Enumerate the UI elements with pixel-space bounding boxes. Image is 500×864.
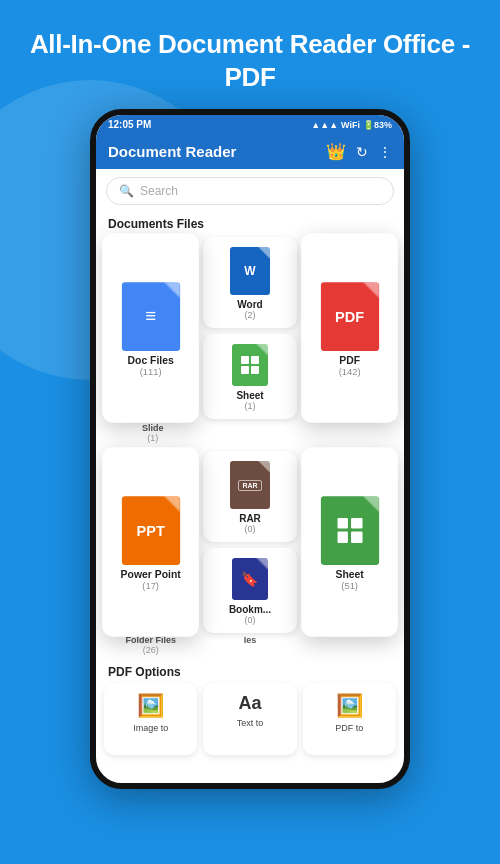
power-point-count: (17) — [142, 580, 159, 590]
rar-icon-text: RAR — [238, 480, 261, 491]
folder-label: Folder Files (26) — [104, 635, 197, 655]
pdf-icon-text: PDF — [335, 308, 364, 325]
sheet-small-count: (1) — [244, 401, 255, 411]
ppt-file-icon: PPT — [122, 496, 180, 565]
word-count: (2) — [244, 310, 255, 320]
app-bar-title: Document Reader — [108, 143, 318, 160]
slide-label-small: Slide — [104, 423, 201, 433]
power-point-card[interactable]: PPT Power Point (17) — [102, 447, 199, 636]
rar-card[interactable]: RAR RAR (0) — [203, 451, 296, 542]
ppt-icon-wrapper: PPT — [122, 496, 180, 565]
rar-file-icon: RAR — [230, 461, 270, 509]
refresh-icon[interactable]: ↻ — [356, 144, 368, 160]
ppt-icon-text: PPT — [136, 522, 164, 539]
image-to-label: Image to — [133, 723, 168, 733]
bookmark-label: Bookm... — [229, 604, 271, 615]
doc-files-icon: ≡ — [122, 282, 180, 351]
bookmark-count: (0) — [244, 615, 255, 625]
text-to-icon: Aa — [238, 693, 261, 714]
sheet-card-icon — [232, 344, 268, 386]
app-bar-icons: 👑 ↻ ⋮ — [326, 142, 392, 161]
slide-card[interactable]: Sheet (1) — [203, 334, 296, 419]
pdf-icon: PDF — [320, 282, 378, 351]
pdf-label: PDF — [339, 355, 360, 366]
ies-label: Ies — [203, 635, 296, 655]
sheet-large-file-icon — [320, 496, 378, 565]
sheet-small-label: Sheet — [236, 390, 263, 401]
power-point-label: Power Point — [121, 569, 181, 580]
text-to-label: Text to — [237, 718, 264, 728]
crown-icon[interactable]: 👑 — [326, 142, 346, 161]
rar-count: (0) — [244, 524, 255, 534]
doc-files-card[interactable]: ≡ Doc Files (111) — [102, 233, 199, 422]
word-icon: W — [230, 247, 270, 295]
pdf-count: (142) — [338, 366, 360, 376]
rar-icon-wrapper: RAR — [230, 461, 270, 509]
image-to-card[interactable]: 🖼️ Image to — [104, 683, 197, 755]
bookmark-icon-wrapper: 🔖 — [232, 558, 268, 600]
pdf-to-icon: 🖼️ — [336, 693, 363, 719]
status-bar: 12:05 PM ▲▲▲ WiFi 🔋83% — [96, 115, 404, 134]
pdf-to-card[interactable]: 🖼️ PDF to — [303, 683, 396, 755]
app-background: All-In-One Document Reader Office - PDF … — [0, 0, 500, 789]
sheet-large-card[interactable]: Sheet (51) — [301, 447, 398, 636]
word-label: Word — [237, 299, 262, 310]
pdf-card[interactable]: PDF PDF (142) — [301, 233, 398, 422]
more-menu-icon[interactable]: ⋮ — [378, 144, 392, 160]
phone-body: 12:05 PM ▲▲▲ WiFi 🔋83% Document Reader 👑… — [90, 109, 410, 789]
rar-label: RAR — [239, 513, 261, 524]
search-placeholder: Search — [140, 184, 178, 198]
search-icon: 🔍 — [119, 184, 134, 198]
battery-icon: 🔋83% — [363, 120, 392, 130]
bookmark-file-icon: 🔖 — [232, 558, 268, 600]
word-icon-wrapper: W — [230, 247, 270, 295]
wifi-icon: WiFi — [341, 120, 360, 130]
doc-files-label: Doc Files — [128, 355, 174, 366]
search-bar[interactable]: 🔍 Search — [106, 177, 394, 205]
app-bar: Document Reader 👑 ↻ ⋮ — [96, 134, 404, 169]
doc-files-icon-wrapper: ≡ — [122, 282, 180, 351]
sheet-large-grid — [337, 518, 362, 543]
sheet-large-label: Sheet — [335, 569, 363, 580]
bookmark-card[interactable]: 🔖 Bookm... (0) — [203, 548, 296, 633]
status-icons: ▲▲▲ WiFi 🔋83% — [311, 120, 392, 130]
slide-partial-row: Slide (1) — [96, 419, 404, 445]
sheet-large-icon-wrapper — [320, 496, 378, 565]
phone-mockup: 12:05 PM ▲▲▲ WiFi 🔋83% Document Reader 👑… — [0, 109, 500, 789]
pdf-to-label: PDF to — [335, 723, 363, 733]
pdf-options-title: PDF Options — [96, 657, 404, 683]
text-to-card[interactable]: Aa Text to — [203, 683, 296, 755]
sheet-inner-grid — [241, 356, 259, 374]
image-to-icon: 🖼️ — [137, 693, 164, 719]
status-time: 12:05 PM — [108, 119, 151, 130]
word-card[interactable]: W Word (2) — [203, 237, 296, 328]
signal-icon: ▲▲▲ — [311, 120, 338, 130]
pdf-options-row: 🖼️ Image to Aa Text to 🖼️ PDF to — [96, 683, 404, 755]
slide-count-small: (1) — [104, 433, 201, 443]
pdf-icon-wrapper: PDF — [320, 282, 378, 351]
sheet-large-count: (51) — [341, 580, 358, 590]
doc-files-count: (111) — [140, 366, 162, 376]
slide-icon-wrapper — [232, 344, 268, 386]
